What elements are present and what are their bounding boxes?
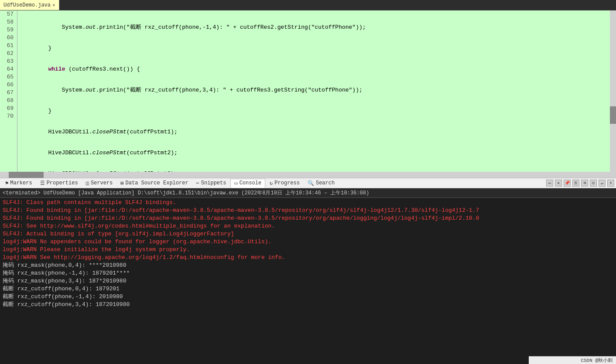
properties-icon: ☰ [40, 180, 45, 187]
tab-console[interactable]: ▭ Console [230, 179, 265, 188]
console-line-13: 截断 rxz_cutoff(phone,-1,4): 2010980 [3, 293, 613, 301]
tab-snippets[interactable]: ✂ Snippets [193, 179, 230, 187]
tab-search[interactable]: 🔍 Search [304, 179, 338, 187]
console-line-2: SLF4J: Found binding in [jar:file:/D:/so… [3, 207, 613, 214]
console-line-7: log4j:WARN Please initialize the log4j s… [3, 246, 613, 254]
code-line-60: System.out.println("截断 rxz_cutoff(phone,… [21, 86, 606, 94]
code-line-57: System.out.println("截断 rxz_cutoff(phone,… [21, 24, 606, 31]
console-line-5: SLF4J: Actual binding is of type [org.sl… [3, 230, 613, 238]
line-num-65: 65 [2, 73, 14, 81]
expand-panel-button[interactable]: ⬆ [607, 180, 614, 187]
bottom-section: ⚑ Markers ☰ Properties ◫ Servers ⊞ Data … [0, 178, 616, 364]
tab-datasource-label: Data Source Explorer [126, 180, 188, 186]
tab-datasource[interactable]: ⊞ Data Source Explorer [117, 179, 192, 187]
code-line-59: while (cutoffRes3.next()) { [21, 65, 606, 73]
vertical-scrollbar[interactable] [610, 10, 616, 172]
horizontal-scrollbar[interactable] [0, 172, 616, 178]
code-line-61: } [21, 107, 606, 115]
console-line-10: 掩码 rxz_mask(phone,-1,4): 1879201**** [3, 269, 613, 277]
console-line-14: 截断 rxz_cutoff(phone,3,4): 1872010980 [3, 301, 613, 309]
line-num-60: 60 [2, 34, 14, 42]
panel-controls: ▭ ✕ 📌 ⎘ ⌫ ⊝ ↵ ⬆ [546, 180, 614, 187]
console-line-1: SLF4J: Class path contains multiple SLF4… [3, 199, 613, 207]
minimize-panel-button[interactable]: ▭ [546, 180, 553, 187]
code-line-58: } [21, 44, 606, 52]
close-icon[interactable]: ✕ [52, 2, 55, 8]
code-line-63: HiveJDBCUtil.closePStmt(cutoffPstmt2); [21, 149, 606, 157]
tab-search-label: Search [316, 180, 335, 186]
pin-panel-button[interactable]: 📌 [564, 180, 571, 187]
tab-markers[interactable]: ⚑ Markers [2, 179, 36, 187]
tab-progress[interactable]: ↻ Progress [266, 179, 303, 187]
snippets-icon: ✂ [196, 180, 199, 187]
wrap-button[interactable]: ↵ [599, 180, 606, 187]
line-num-69: 69 [2, 105, 14, 112]
tab-servers[interactable]: ◫ Servers [82, 179, 116, 187]
servers-icon: ◫ [86, 180, 89, 187]
console-output[interactable]: SLF4J: Class path contains multiple SLF4… [0, 198, 616, 364]
tab-servers-label: Servers [91, 180, 113, 186]
line-num-63: 63 [2, 58, 14, 65]
line-num-66: 66 [2, 81, 14, 89]
line-num-61: 61 [2, 42, 14, 50]
console-icon: ▭ [234, 180, 237, 187]
tab-bar: UdfUseDemo.java ✕ [0, 0, 616, 10]
console-line-4: SLF4J: See http://www.slf4j.org/codes.ht… [3, 222, 613, 230]
line-num-68: 68 [2, 97, 14, 105]
console-line-9: 掩码 rxz_mask(phone,0,4): ****2010980 [3, 262, 613, 269]
markers-icon: ⚑ [5, 180, 8, 187]
line-num-64: 64 [2, 65, 14, 73]
console-line-3: SLF4J: Found binding in [jar:file:/D:/so… [3, 214, 613, 222]
tab-markers-label: Markers [10, 180, 32, 186]
scrollbar-h-thumb[interactable] [9, 172, 44, 178]
status-text: CSDN @秋小刺 [581, 357, 613, 364]
code-line-62: HiveJDBCUtil.closePStmt(cutoffPstmt1); [21, 128, 606, 136]
code-editor: 57 58 59 60 61 62 63 64 65 66 67 68 69 7… [0, 10, 616, 172]
tab-progress-label: Progress [274, 180, 300, 186]
search-icon: 🔍 [308, 180, 314, 187]
line-num-67: 67 [2, 89, 14, 97]
scroll-lock-button[interactable]: ⊝ [590, 180, 597, 187]
console-line-6: log4j:WARN No appenders could be found f… [3, 238, 613, 246]
line-num-59: 59 [2, 26, 14, 34]
main-container: UdfUseDemo.java ✕ 57 58 59 60 61 62 63 6… [0, 0, 616, 364]
scrollbar-thumb[interactable] [610, 106, 616, 124]
tab-snippets-label: Snippets [201, 180, 226, 186]
copy-panel-button[interactable]: ⎘ [572, 180, 579, 187]
line-num-57: 57 [2, 10, 14, 18]
datasource-icon: ⊞ [120, 180, 123, 187]
console-line-12: 截断 rxz_cutoff(phone,0,4): 1879201 [3, 285, 613, 293]
line-num-62: 62 [2, 50, 14, 58]
console-header: <terminated> UdfUseDemo [Java Applicatio… [0, 188, 616, 198]
console-line-8: log4j:WARN See http://logging.apache.org… [3, 254, 613, 262]
tab-label: UdfUseDemo.java [3, 2, 51, 8]
line-num-58: 58 [2, 18, 14, 26]
console-line-11: 掩码 rxz_mask(phone,3,4): 187*2010980 [3, 277, 613, 285]
editor-tab[interactable]: UdfUseDemo.java ✕ [0, 0, 59, 10]
tab-properties[interactable]: ☰ Properties [37, 179, 82, 187]
bottom-tabs: ⚑ Markers ☰ Properties ◫ Servers ⊞ Data … [0, 178, 616, 188]
status-bar: CSDN @秋小刺 [529, 356, 616, 364]
tab-console-label: Console [240, 180, 261, 186]
tab-properties-label: Properties [47, 180, 78, 186]
progress-icon: ↻ [270, 180, 273, 187]
console-header-text: <terminated> UdfUseDemo [Java Applicatio… [3, 190, 369, 196]
line-numbers: 57 58 59 60 61 62 63 64 65 66 67 68 69 7… [0, 10, 17, 172]
clear-panel-button[interactable]: ⌫ [581, 180, 588, 187]
close-panel-button[interactable]: ✕ [555, 180, 562, 187]
line-num-70: 70 [2, 112, 14, 120]
code-content[interactable]: System.out.println("截断 rxz_cutoff(phone,… [17, 10, 610, 172]
